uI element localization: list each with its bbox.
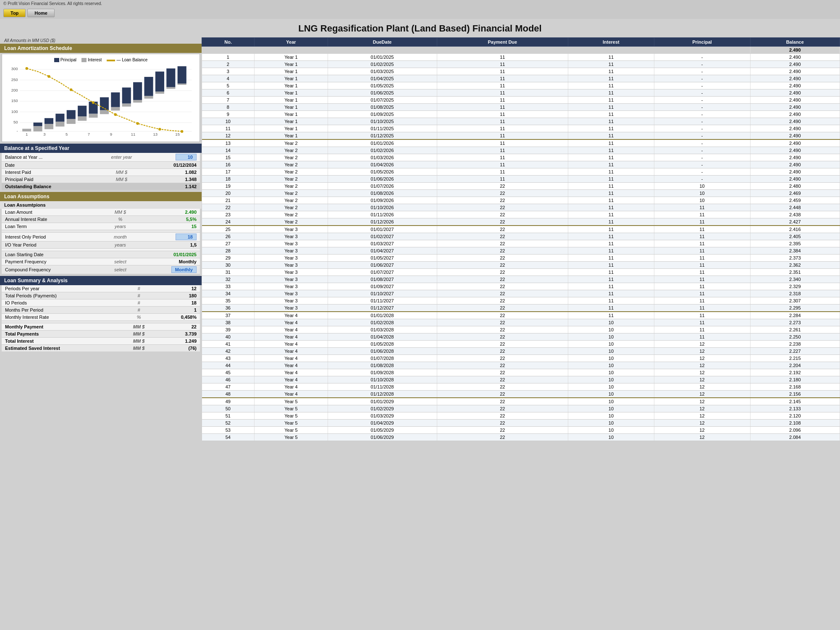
cell-interest: 10 xyxy=(568,376,654,383)
monthly-payment-unit: MM $ xyxy=(121,323,156,331)
table-scroll-container[interactable]: No. Year DueDate Payment Due Interest Pr… xyxy=(202,37,840,441)
cell-payment: 11 xyxy=(437,89,568,97)
cell-no: 45 xyxy=(202,369,255,376)
cell-payment: 22 xyxy=(437,391,568,398)
cell-payment: 22 xyxy=(437,255,568,262)
table-row: 31Year 301/07/20272211112.351 xyxy=(202,269,840,276)
cell-principal: - xyxy=(654,161,750,168)
cell-year: Year 3 xyxy=(255,304,328,312)
cell-year: Year 2 xyxy=(255,204,328,211)
cell-due-date: 01/05/2026 xyxy=(328,168,437,176)
total-interest-label: Total Interest xyxy=(2,338,121,345)
opening-balance-value: 2.490 xyxy=(750,47,840,54)
total-payments-unit: MM $ xyxy=(121,331,156,338)
cell-payment: 22 xyxy=(437,434,568,441)
legend-principal: Principal xyxy=(54,58,76,62)
cell-principal: - xyxy=(654,68,750,75)
cell-due-date: 01/05/2027 xyxy=(328,255,437,262)
cell-principal: - xyxy=(654,111,750,118)
cell-interest: 10 xyxy=(568,383,654,391)
balance-interest-label: Interest Paid xyxy=(2,169,97,176)
svg-text:-: - xyxy=(16,129,18,133)
cell-interest: 11 xyxy=(568,82,654,89)
cell-due-date: 01/01/2029 xyxy=(328,398,437,405)
cell-due-date: 01/11/2026 xyxy=(328,211,437,218)
cell-due-date: 01/12/2028 xyxy=(328,391,437,398)
cell-no: 9 xyxy=(202,111,255,118)
io-year-label: I/O Year Period xyxy=(2,242,102,249)
svg-text:3: 3 xyxy=(43,132,45,136)
periods-year-row: Periods Per year # 12 xyxy=(2,285,200,292)
svg-rect-28 xyxy=(100,110,109,114)
balance-date-label: Date xyxy=(2,162,97,169)
cell-interest: 11 xyxy=(568,247,654,255)
cell-interest: 10 xyxy=(568,398,654,405)
table-row: 1Year 101/01/20251111-2.490 xyxy=(202,54,840,61)
table-row: 7Year 101/07/20251111-2.490 xyxy=(202,97,840,104)
cell-payment: 22 xyxy=(437,348,568,355)
payment-freq-value[interactable]: Monthly xyxy=(139,258,200,265)
cell-due-date: 01/05/2025 xyxy=(328,82,437,89)
cell-no: 1 xyxy=(202,54,255,61)
cell-payment: 22 xyxy=(437,183,568,190)
cell-interest: 11 xyxy=(568,226,654,233)
cell-payment: 11 xyxy=(437,168,568,176)
cell-due-date: 01/11/2028 xyxy=(328,383,437,391)
cell-interest: 10 xyxy=(568,420,654,427)
cell-interest: 11 xyxy=(568,168,654,176)
cell-interest: 10 xyxy=(568,427,654,434)
chart-legend: Principal Interest — Loan Balance xyxy=(5,58,196,62)
col-due-date: DueDate xyxy=(328,38,437,47)
cell-interest: 11 xyxy=(568,255,654,262)
table-row: 13Year 201/01/20261111-2.490 xyxy=(202,139,840,147)
cell-principal: 12 xyxy=(654,376,750,383)
cell-year: Year 1 xyxy=(255,104,328,111)
nav-bar: Top Home xyxy=(0,7,840,19)
compound-freq-value[interactable]: Monthly xyxy=(139,265,200,274)
home-button[interactable]: Home xyxy=(27,9,55,17)
cell-payment: 22 xyxy=(437,326,568,333)
svg-rect-33 xyxy=(122,87,131,103)
cell-interest: 11 xyxy=(568,290,654,297)
cell-interest: 10 xyxy=(568,341,654,348)
table-row: 28Year 301/04/20272211112.384 xyxy=(202,247,840,255)
col-year: Year xyxy=(255,38,328,47)
cell-year: Year 3 xyxy=(255,240,328,247)
cell-balance: 2.490 xyxy=(750,97,840,104)
svg-rect-35 xyxy=(133,82,142,100)
io-period-unit: month xyxy=(102,233,139,242)
cell-year: Year 3 xyxy=(255,283,328,290)
loan-assumptions-section: Loan Amount MM $ 2.490 Annual Interest R… xyxy=(0,209,202,274)
cell-principal: 11 xyxy=(654,326,750,333)
legend-principal-label: Principal xyxy=(60,58,76,62)
cell-interest: 11 xyxy=(568,304,654,312)
io-year-unit: years xyxy=(102,242,139,249)
cell-balance: 2.145 xyxy=(750,398,840,405)
copyright-bar: © Profit Vision Financial Services. All … xyxy=(0,0,840,7)
cell-no: 27 xyxy=(202,240,255,247)
cell-balance: 2.490 xyxy=(750,89,840,97)
io-period-value[interactable]: 18 xyxy=(139,233,200,242)
svg-rect-30 xyxy=(111,107,120,110)
svg-rect-31 xyxy=(111,92,120,107)
cell-year: Year 2 xyxy=(255,197,328,204)
svg-rect-39 xyxy=(155,71,164,92)
legend-interest-label: Interest xyxy=(88,58,102,62)
cell-balance: 2.490 xyxy=(750,104,840,111)
payment-freq-unit: select xyxy=(102,258,139,265)
cell-no: 30 xyxy=(202,262,255,269)
cell-no: 34 xyxy=(202,290,255,297)
legend-interest-box xyxy=(81,58,87,62)
svg-point-48 xyxy=(114,113,117,116)
table-row: 53Year 501/05/20292210122.096 xyxy=(202,427,840,434)
cell-no: 2 xyxy=(202,61,255,68)
top-button[interactable]: Top xyxy=(3,9,26,17)
svg-point-47 xyxy=(92,101,94,104)
cell-payment: 22 xyxy=(437,369,568,376)
io-period-row: Interest Only Period month 18 xyxy=(2,233,200,242)
cell-interest: 11 xyxy=(568,104,654,111)
balance-outstanding-label: Outstanding Balance xyxy=(2,183,97,190)
cell-no: 18 xyxy=(202,176,255,183)
cell-interest: 11 xyxy=(568,269,654,276)
table-row: 3Year 101/03/20251111-2.490 xyxy=(202,68,840,75)
